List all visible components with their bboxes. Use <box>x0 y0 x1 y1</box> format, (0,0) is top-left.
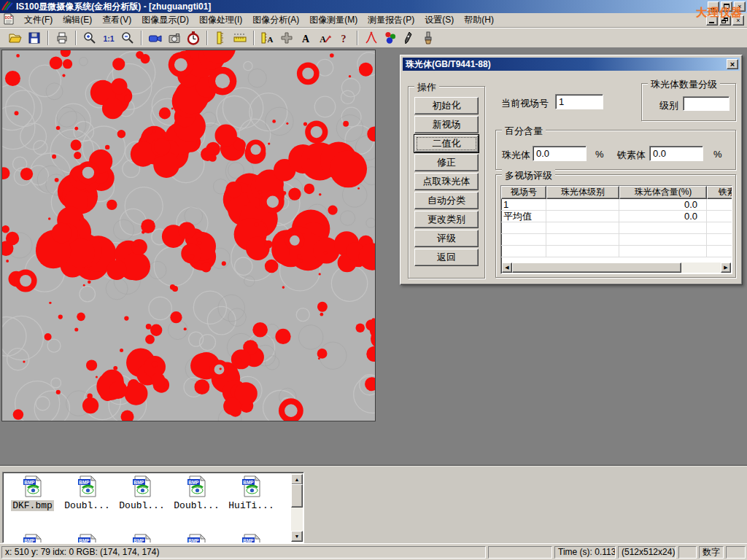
open-folder-icon[interactable] <box>6 29 25 47</box>
op-button-0[interactable]: 初始化 <box>414 97 479 114</box>
file-item-3[interactable]: BMPDoubl... <box>169 475 224 511</box>
vscroll-up-icon[interactable]: ▲ <box>291 474 303 485</box>
save-icon[interactable] <box>25 29 44 47</box>
table-cell: 0.0 <box>619 211 707 222</box>
menu-item-1[interactable]: 编辑(E) <box>58 12 97 28</box>
print-icon[interactable] <box>53 29 71 47</box>
menu-item-7[interactable]: 测量报告(P) <box>363 12 419 28</box>
toolbar-separator <box>75 31 77 45</box>
op-button-6[interactable]: 更改类别 <box>414 211 479 228</box>
pearlite-percent-input[interactable] <box>533 146 587 161</box>
table-cell <box>707 199 732 210</box>
table-column-header[interactable]: 珠光体含量(%) <box>619 186 707 199</box>
help-icon[interactable]: ? <box>334 29 353 47</box>
table-column-header[interactable]: 珠光体级别 <box>546 186 619 199</box>
window-maximize-button[interactable] <box>721 1 732 12</box>
class-balls-icon[interactable] <box>381 29 400 47</box>
menu-item-3[interactable]: 图像显示(D) <box>136 12 194 28</box>
bmp-file-icon: BMP <box>241 475 263 499</box>
op-button-3[interactable]: 修正 <box>414 154 479 171</box>
table-row[interactable]: 平均值0.0 <box>501 211 732 222</box>
file-item-partial[interactable]: BMP <box>5 534 60 543</box>
menu-item-6[interactable]: 图像测量(M) <box>304 12 363 28</box>
hscroll-left-icon[interactable]: ◀ <box>502 262 512 273</box>
file-item-partial[interactable]: BMP <box>224 534 279 543</box>
zoom-out-icon[interactable] <box>118 29 137 47</box>
menu-item-5[interactable]: 图像分析(A) <box>247 12 304 28</box>
menu-item-2[interactable]: 查看(V) <box>97 12 136 28</box>
zoom-in-icon[interactable] <box>80 29 99 47</box>
mdi-minimize-button[interactable] <box>706 15 718 26</box>
svg-text:BMP: BMP <box>79 480 90 485</box>
file-item-0[interactable]: BMPDKF.bmp <box>5 475 60 511</box>
menu-item-4[interactable]: 图像处理(I) <box>194 12 247 28</box>
dialog-title-bar[interactable]: 珠光体(GB/T9441-88) × <box>403 58 740 71</box>
micro-image-overlay[interactable] <box>2 50 375 421</box>
table-row[interactable] <box>501 222 732 234</box>
video-camera-icon[interactable] <box>146 29 165 47</box>
timer-icon[interactable] <box>184 29 203 47</box>
op-button-7[interactable]: 评级 <box>414 230 479 247</box>
file-item-partial[interactable]: BMP <box>115 534 169 543</box>
grid-cross-icon[interactable] <box>277 29 296 47</box>
status-position: x: 510 y: 79 idx: 0 RGB: (174, 174, 174) <box>1 546 486 559</box>
caliper-icon[interactable] <box>212 29 231 47</box>
file-vscrollbar[interactable]: ▲ ▼ <box>291 473 303 542</box>
ruler-icon[interactable] <box>231 29 249 47</box>
table-cell <box>546 246 619 257</box>
curve-tool-icon[interactable] <box>362 29 381 47</box>
menu-item-0[interactable]: 文件(F) <box>19 12 58 28</box>
photo-camera-icon[interactable] <box>165 29 184 47</box>
hscroll-thumb[interactable] <box>512 262 681 273</box>
hscroll-right-icon[interactable]: ▶ <box>721 262 731 273</box>
file-browser: BMPDKF.bmpBMPDoubl...BMPDoubl...BMPDoubl… <box>2 472 304 543</box>
menu-bar-items: 文件(F)编辑(E)查看(V)图像显示(D)图像处理(I)图像分析(A)图像测量… <box>19 12 499 28</box>
table-cell: 1 <box>501 199 546 210</box>
vscroll-down-icon[interactable]: ▼ <box>291 531 303 542</box>
file-item-1[interactable]: BMPDoubl... <box>60 475 115 511</box>
svg-text:A: A <box>302 33 310 44</box>
toolbar-separator <box>357 31 358 45</box>
grade-input[interactable] <box>683 96 729 111</box>
toolbar-separator <box>206 31 208 45</box>
brush-icon[interactable] <box>419 29 438 47</box>
window-minimize-button[interactable] <box>708 1 719 12</box>
file-item-partial[interactable]: BMP <box>169 534 224 543</box>
op-button-4[interactable]: 点取珠光体 <box>414 173 479 190</box>
op-button-1[interactable]: 新视场 <box>414 116 479 133</box>
window-close-button[interactable]: × <box>734 1 746 12</box>
table-column-header[interactable]: 铁素体含量(%) <box>707 186 732 199</box>
multi-field-group: 多视场评级 视场号珠光体级别珠光体含量(%)铁素体含量(%) 10.0平均值0.… <box>495 174 736 278</box>
table-row[interactable] <box>501 246 732 257</box>
op-button-5[interactable]: 自动分类 <box>414 192 479 209</box>
table-row[interactable] <box>501 234 732 246</box>
current-field-input[interactable] <box>555 94 603 109</box>
measure-text-icon[interactable]: A <box>258 29 277 47</box>
mdi-restore-button[interactable] <box>719 15 731 26</box>
status-empty-3 <box>726 546 746 559</box>
op-button-2[interactable]: 二值化 <box>414 135 479 152</box>
file-item-partial[interactable]: BMP <box>60 534 115 543</box>
table-column-header[interactable]: 视场号 <box>501 186 546 199</box>
menu-item-9[interactable]: 帮助(H) <box>459 12 499 28</box>
file-item-4[interactable]: BMPHuiTi... <box>224 475 279 511</box>
op-button-8[interactable]: 返回 <box>414 249 479 266</box>
font-icon[interactable]: A <box>296 29 315 47</box>
actual-size-icon[interactable]: 1:1 <box>99 29 118 47</box>
percent-group-label: 百分含量 <box>502 125 546 138</box>
table-cell <box>619 222 707 233</box>
picker-pen-icon[interactable] <box>400 29 419 47</box>
mdi-close-button[interactable]: × <box>732 15 744 26</box>
menu-item-8[interactable]: 设置(S) <box>419 12 459 28</box>
table-row[interactable]: 10.0 <box>501 199 732 211</box>
font-edit-icon[interactable]: A <box>315 29 334 47</box>
table-cell <box>546 211 619 222</box>
status-empty-2 <box>678 546 697 559</box>
vscroll-thumb[interactable] <box>291 484 303 508</box>
ferrite-percent-input[interactable] <box>649 146 703 161</box>
file-item-2[interactable]: BMPDoubl... <box>115 475 169 511</box>
micro-image-view[interactable] <box>1 50 376 421</box>
table-hscrollbar[interactable]: ◀ ▶ <box>502 262 731 273</box>
file-name: DKF.bmp <box>11 500 54 511</box>
dialog-close-icon[interactable]: × <box>727 59 738 69</box>
